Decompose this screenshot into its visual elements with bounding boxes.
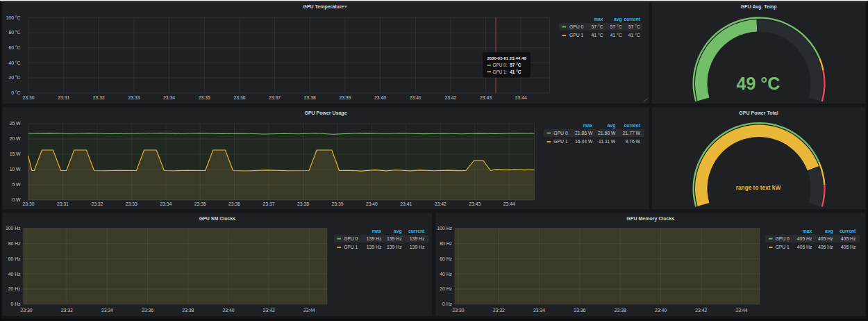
svg-text:41 °C: 41 °C	[510, 69, 521, 74]
svg-text:max: max	[372, 229, 382, 233]
svg-text:49 °C: 49 °C	[737, 74, 781, 93]
svg-text:80 Hz: 80 Hz	[8, 241, 21, 246]
svg-text:GPU 1:: GPU 1:	[493, 69, 508, 74]
svg-text:0 W: 0 W	[12, 197, 21, 202]
svg-text:40 Hz: 40 Hz	[440, 272, 452, 277]
svg-text:405 Hz: 405 Hz	[841, 236, 856, 241]
svg-text:41 °C: 41 °C	[628, 33, 640, 38]
svg-text:405 Hz: 405 Hz	[818, 236, 833, 241]
svg-text:GPU 1: GPU 1	[553, 139, 568, 144]
svg-text:avg: avg	[394, 229, 402, 234]
svg-text:23:43: 23:43	[469, 201, 481, 206]
svg-text:21.86 W: 21.86 W	[575, 131, 593, 135]
svg-text:60 Hz: 60 Hz	[440, 256, 452, 261]
svg-text:5 W: 5 W	[12, 182, 21, 187]
svg-text:GPU SM Clocks: GPU SM Clocks	[199, 216, 236, 221]
svg-text:23:36: 23:36	[142, 308, 153, 313]
svg-text:max: max	[803, 229, 812, 233]
svg-text:23:44: 23:44	[736, 308, 748, 313]
svg-text:139 Hz: 139 Hz	[367, 245, 382, 249]
svg-text:23:41: 23:41	[400, 201, 412, 206]
svg-text:GPU 0:: GPU 0:	[493, 63, 508, 67]
svg-text:25 W: 25 W	[10, 121, 21, 126]
svg-text:0 Hz: 0 Hz	[11, 302, 22, 306]
svg-text:GPU 1: GPU 1	[775, 245, 790, 249]
svg-text:139 Hz: 139 Hz	[410, 236, 425, 241]
svg-text:23:37: 23:37	[269, 95, 281, 100]
svg-text:23:41: 23:41	[410, 95, 422, 100]
svg-text:21.77 W: 21.77 W	[623, 131, 641, 135]
svg-text:23:37: 23:37	[263, 201, 275, 206]
svg-text:23:31: 23:31	[57, 201, 69, 206]
svg-text:23:42: 23:42	[263, 308, 275, 313]
svg-text:57 °C: 57 °C	[592, 24, 603, 29]
svg-text:80 Hz: 80 Hz	[440, 241, 452, 246]
svg-text:23:43: 23:43	[480, 95, 492, 100]
svg-text:23:32: 23:32	[61, 308, 73, 313]
svg-text:GPU 0: GPU 0	[344, 236, 358, 241]
svg-text:23:36: 23:36	[233, 95, 245, 100]
svg-text:139 Hz: 139 Hz	[367, 236, 382, 241]
svg-text:GPU 0: GPU 0	[569, 24, 584, 29]
svg-text:23:33: 23:33	[128, 95, 140, 100]
svg-text:GPU 1: GPU 1	[344, 245, 358, 249]
svg-text:23:44: 23:44	[503, 201, 515, 206]
svg-text:max: max	[583, 123, 593, 128]
svg-text:23:38: 23:38	[615, 308, 626, 313]
svg-text:23:36: 23:36	[574, 308, 585, 313]
svg-text:20 °C: 20 °C	[8, 75, 20, 80]
svg-text:100 Hz: 100 Hz	[437, 226, 452, 231]
svg-text:GPU Memory Clocks: GPU Memory Clocks	[626, 216, 674, 222]
svg-text:avg: avg	[608, 123, 616, 129]
svg-text:avg: avg	[825, 229, 833, 234]
svg-text:100 °C: 100 °C	[6, 15, 21, 20]
svg-text:23:32: 23:32	[493, 308, 505, 313]
svg-text:23:38: 23:38	[182, 308, 194, 313]
svg-text:20 Hz: 20 Hz	[440, 286, 452, 291]
svg-text:405 Hz: 405 Hz	[841, 245, 856, 249]
svg-text:23:40: 23:40	[366, 201, 378, 206]
svg-text:23:42: 23:42	[435, 201, 446, 206]
svg-text:57 °C: 57 °C	[610, 24, 622, 29]
svg-text:current: current	[624, 17, 640, 22]
svg-text:0 Hz: 0 Hz	[442, 302, 453, 306]
svg-text:23:34: 23:34	[160, 201, 172, 206]
svg-text:16.44 W: 16.44 W	[575, 139, 593, 144]
svg-text:405 Hz: 405 Hz	[818, 245, 833, 249]
svg-text:21.68 W: 21.68 W	[598, 131, 616, 135]
svg-text:40 °C: 40 °C	[8, 60, 20, 65]
svg-text:40 Hz: 40 Hz	[8, 272, 21, 277]
svg-text:GPU Avg. Temp: GPU Avg. Temp	[741, 4, 777, 10]
svg-text:23:42: 23:42	[695, 308, 707, 313]
svg-text:range to text kW: range to text kW	[736, 184, 781, 191]
svg-text:23:31: 23:31	[58, 95, 69, 100]
svg-text:139 Hz: 139 Hz	[387, 245, 402, 249]
svg-text:405 Hz: 405 Hz	[797, 245, 812, 249]
svg-text:GPU Power Usage: GPU Power Usage	[304, 110, 347, 116]
svg-text:current: current	[408, 229, 425, 233]
svg-text:9.76 W: 9.76 W	[625, 139, 640, 144]
svg-text:57 °C: 57 °C	[628, 24, 640, 29]
svg-text:20 W: 20 W	[10, 136, 21, 141]
svg-text:23:39: 23:39	[339, 95, 351, 100]
svg-text:GPU 1: GPU 1	[569, 33, 584, 38]
svg-text:41 °C: 41 °C	[610, 33, 622, 38]
svg-text:60 °C: 60 °C	[8, 45, 20, 50]
svg-text:23:40: 23:40	[222, 308, 234, 313]
svg-text:139 Hz: 139 Hz	[410, 245, 425, 249]
svg-text:current: current	[840, 229, 856, 233]
svg-text:15 W: 15 W	[10, 151, 21, 156]
svg-text:23:35: 23:35	[199, 95, 210, 100]
svg-text:current: current	[624, 123, 641, 128]
svg-text:11.11 W: 11.11 W	[599, 139, 616, 144]
svg-text:23:38: 23:38	[304, 95, 316, 100]
svg-text:GPU 0: GPU 0	[775, 236, 790, 241]
svg-text:23:30: 23:30	[452, 308, 464, 313]
svg-text:2020-05-01 23:44:48: 2020-05-01 23:44:48	[487, 56, 527, 60]
svg-text:20 Hz: 20 Hz	[8, 286, 21, 291]
svg-text:avg: avg	[614, 17, 622, 22]
svg-text:23:40: 23:40	[655, 308, 667, 313]
svg-text:23:34: 23:34	[163, 95, 175, 100]
svg-text:23:33: 23:33	[126, 201, 137, 206]
svg-text:GPU 0: GPU 0	[553, 131, 568, 135]
